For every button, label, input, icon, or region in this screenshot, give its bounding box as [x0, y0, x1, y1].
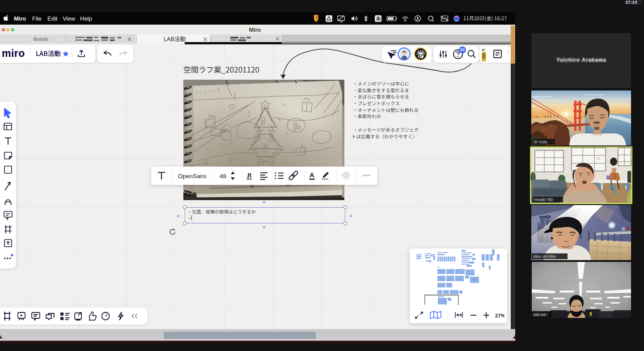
svg-text:OpenSans: OpenSans — [178, 173, 207, 180]
svg-text:B: B — [246, 171, 251, 179]
svg-text:27%: 27% — [495, 313, 504, 318]
svg-text:A: A — [309, 171, 314, 179]
svg-text:48: 48 — [220, 173, 226, 180]
